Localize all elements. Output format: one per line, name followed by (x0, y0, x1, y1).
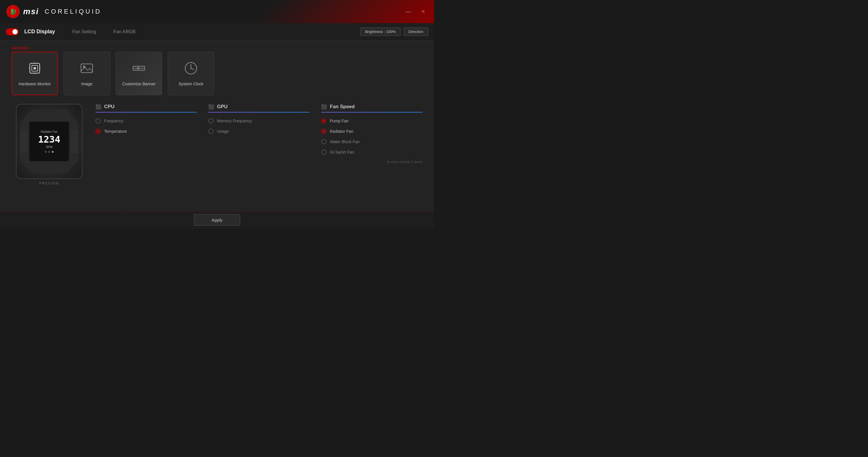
nav-bar: LCD Display Fan Setting Fan ARGB Brightn… (0, 23, 434, 40)
tab-fan-setting[interactable]: Fan Setting (72, 28, 96, 36)
device-screen: Radiator Fan 1234 RPM (29, 121, 69, 162)
mode-card-image[interactable]: Image (64, 52, 110, 95)
radiator-fan-label: Radiator Fan (330, 129, 353, 134)
fan-speed-icon: ⬛ (321, 104, 327, 110)
water-block-fan-label: Water Block Fan (330, 139, 360, 144)
lcd-toggle[interactable] (6, 28, 19, 35)
svg-text:🐉: 🐉 (9, 8, 17, 15)
gpu-memory-frequency-radio[interactable] (208, 118, 214, 124)
cpu-temperature-label: Temperature (104, 129, 127, 134)
gpu-divider (208, 112, 310, 112)
mode-card-system-clock[interactable]: System Clock (168, 52, 214, 95)
msi-logo-icon: 🐉 (6, 4, 20, 19)
gpu-title: GPU (217, 104, 228, 110)
screen-unit: RPM (46, 145, 52, 149)
tab-fan-argb[interactable]: Fan ARGB (114, 28, 135, 36)
gpu-memory-frequency-item: Memory Frequency (208, 118, 310, 124)
mode-card-customize-banner[interactable]: Customize Banner (116, 52, 162, 95)
cpu-frequency-item: Frequency (95, 118, 197, 124)
title-bar-controls: — ✕ (403, 7, 428, 16)
screen-dots (45, 151, 54, 153)
nav-tabs: Fan Setting Fan ARGB (72, 28, 360, 36)
gpu-memory-frequency-label: Memory Frequency (217, 119, 252, 123)
gpu-usage-radio[interactable] (208, 129, 214, 134)
mode-card-hardware-monitor[interactable]: Hardware Monitor (11, 52, 58, 95)
svg-marker-14 (137, 67, 140, 70)
gpu-usage-label: Usage (217, 129, 228, 134)
image-label: Image (81, 81, 93, 86)
gpu-group-header: ⬛ GPU (208, 104, 310, 110)
brand-name: msi (23, 7, 39, 16)
hardware-monitor-label: Hardware Monitor (19, 81, 51, 86)
monitor-options: ⬛ CPU Frequency Temperature ⬛ GPU (95, 104, 423, 199)
water-block-fan-item: Water Block Fan (321, 139, 423, 144)
svg-rect-9 (81, 64, 93, 73)
cpu-icon: ⬛ (95, 104, 101, 110)
title-bar-left: 🐉 msi CoreLiquid (6, 4, 101, 19)
gpu-group: ⬛ GPU Memory Frequency Usage (208, 104, 310, 199)
close-button[interactable]: ✕ (418, 7, 428, 16)
lower-section: Radiator Fan 1234 RPM PREVIEW (11, 104, 423, 199)
screen-dot-3 (52, 151, 54, 153)
cpu-group-header: ⬛ CPU (95, 104, 197, 110)
gi-samrt-fan-radio[interactable] (321, 150, 327, 155)
cpu-frequency-label: Frequency (104, 119, 123, 123)
screen-dot-1 (45, 151, 46, 153)
cpu-frequency-radio[interactable] (95, 118, 101, 124)
preview-label: PREVIEW (39, 182, 59, 186)
device-preview: Radiator Fan 1234 RPM (16, 104, 83, 179)
main-content: APPLIED Hardware Monitor (0, 40, 434, 228)
system-clock-icon (184, 61, 198, 78)
device-outer: Radiator Fan 1234 RPM (20, 110, 78, 173)
image-icon (80, 61, 94, 78)
svg-rect-4 (34, 67, 36, 69)
mode-cards: Hardware Monitor Image (11, 52, 423, 95)
fan-speed-note: At most choose 3 items (321, 160, 423, 164)
fan-blades-left (19, 130, 28, 153)
cpu-temperature-item: Temperature (95, 129, 197, 134)
pump-fan-item: Pump Fan (321, 118, 423, 124)
cpu-title: CPU (104, 104, 115, 110)
product-name: CoreLiquid (44, 8, 101, 15)
bottom-bar: Apply (0, 211, 434, 228)
direction-button[interactable]: Direction (404, 28, 428, 36)
radiator-fan-item: Radiator Fan (321, 129, 423, 134)
minimize-button[interactable]: — (403, 7, 414, 16)
gpu-icon: ⬛ (208, 104, 214, 110)
applied-label: APPLIED (11, 46, 423, 50)
water-block-fan-radio[interactable] (321, 139, 327, 144)
screen-value: 1234 (38, 134, 60, 145)
nav-active-section: LCD Display (24, 29, 55, 35)
title-bar: 🐉 msi CoreLiquid — ✕ (0, 0, 434, 23)
preview-area: Radiator Fan 1234 RPM PREVIEW (11, 104, 87, 199)
fan-speed-title: Fan Speed (330, 104, 355, 110)
customize-banner-icon (132, 61, 146, 78)
brightness-button[interactable]: Brightness : 100% (360, 28, 401, 36)
cpu-divider (95, 112, 197, 112)
gi-samrt-fan-item: GI Samrt Fan (321, 150, 423, 155)
screen-dot-2 (48, 151, 50, 153)
gpu-usage-item: Usage (208, 129, 310, 134)
cpu-temperature-radio[interactable] (95, 129, 101, 134)
pump-fan-label: Pump Fan (330, 119, 349, 123)
hardware-monitor-icon (28, 61, 42, 78)
gi-samrt-fan-label: GI Samrt Fan (330, 150, 354, 155)
fan-blades-right (71, 130, 80, 153)
customize-banner-label: Customize Banner (122, 81, 155, 86)
cpu-group: ⬛ CPU Frequency Temperature (95, 104, 197, 199)
system-clock-label: System Clock (179, 81, 204, 86)
apply-button[interactable]: Apply (194, 214, 240, 226)
fan-speed-group-header: ⬛ Fan Speed (321, 104, 423, 110)
screen-title: Radiator Fan (41, 130, 58, 133)
fan-speed-group: ⬛ Fan Speed Pump Fan Radiator Fan Water … (321, 104, 423, 199)
pump-fan-radio[interactable] (321, 118, 327, 124)
fan-speed-divider (321, 112, 423, 112)
svg-point-18 (190, 68, 191, 69)
radiator-fan-radio[interactable] (321, 129, 327, 134)
nav-controls: Brightness : 100% Direction (360, 28, 428, 36)
